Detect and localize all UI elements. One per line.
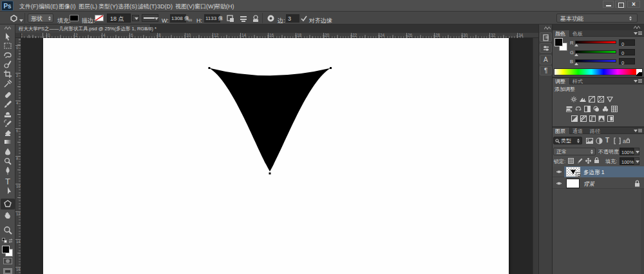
- svg-text:a: a: [623, 138, 626, 144]
- svg-text:T: T: [5, 177, 10, 186]
